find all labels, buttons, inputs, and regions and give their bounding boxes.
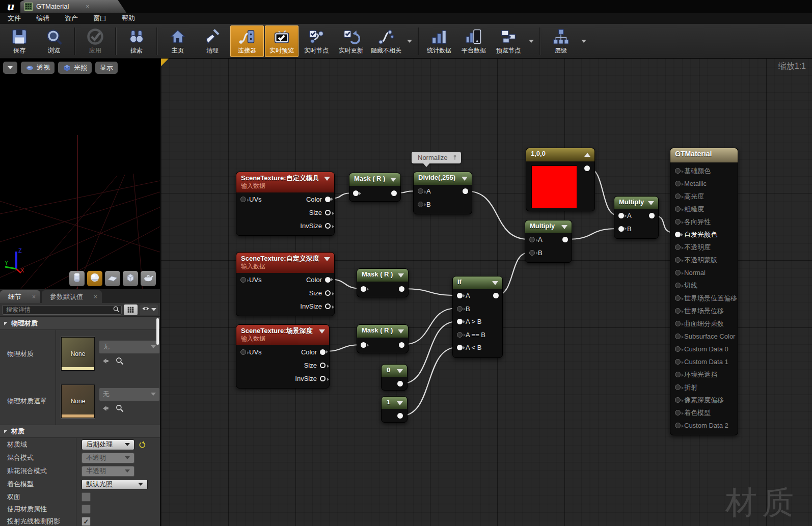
tab-parameter-defaults[interactable]: 参数默认值×: [42, 290, 102, 303]
asset-select[interactable]: 无: [99, 387, 160, 401]
output-pin[interactable]: [397, 413, 403, 419]
chevron-down-icon[interactable]: [324, 257, 330, 261]
material-input-pin[interactable]: [675, 257, 681, 263]
viewport-perspective-button[interactable]: 透视: [21, 62, 55, 74]
property-checkbox[interactable]: [82, 505, 91, 514]
material-input-pin[interactable]: [675, 181, 681, 186]
view-options-grid-button[interactable]: [124, 304, 138, 315]
output-pin[interactable]: [325, 303, 331, 309]
preview-shape-cylinder-button[interactable]: [69, 271, 85, 286]
material-input-pin[interactable]: [675, 295, 681, 301]
preview-shape-cube-button[interactable]: [123, 271, 138, 286]
chevron-down-icon[interactable]: [398, 273, 404, 278]
material-input-pin[interactable]: [675, 219, 681, 225]
search-details-input[interactable]: [2, 305, 122, 315]
node-divide[interactable]: Divide(,255)AB: [413, 172, 472, 214]
use-selected-icon[interactable]: [101, 404, 110, 415]
asset-thumbnail[interactable]: None: [61, 337, 95, 371]
material-input-pin[interactable]: [675, 397, 681, 403]
node-mask-1[interactable]: Mask ( R ): [349, 173, 401, 202]
node-multiply-1[interactable]: MultiplyAB: [525, 220, 572, 263]
chevron-down-icon[interactable]: [397, 369, 403, 373]
output-pin[interactable]: [562, 237, 568, 242]
menu-item-1[interactable]: 编辑: [29, 13, 57, 24]
asset-select[interactable]: 无: [99, 340, 160, 354]
material-input-pin[interactable]: [675, 359, 681, 365]
material-input-pin[interactable]: [675, 384, 681, 390]
tab-close-icon[interactable]: ×: [86, 3, 89, 10]
chevron-down-icon[interactable]: [492, 281, 498, 285]
viewport-lit-button[interactable]: 光照: [58, 62, 92, 74]
toolbar-button-live-update[interactable]: 实时更新: [334, 25, 368, 57]
toolbar-button-clean[interactable]: 清理: [196, 25, 229, 57]
input-pin[interactable]: [529, 237, 535, 242]
node-mask-2[interactable]: Mask ( R ): [357, 268, 409, 297]
browse-asset-icon[interactable]: [115, 356, 124, 368]
toolbar-button-platform-stats[interactable]: 平台数据: [457, 25, 491, 57]
input-pin[interactable]: [353, 190, 359, 196]
asset-tab[interactable]: GTMaterial ×: [20, 0, 126, 13]
output-pin[interactable]: [399, 286, 404, 292]
material-graph-canvas[interactable]: SceneTexture:自定义模具输入数据UVsColorSizeInvSiz…: [161, 59, 812, 526]
output-pin[interactable]: [320, 349, 326, 355]
output-pin[interactable]: [399, 342, 404, 348]
input-pin[interactable]: [418, 202, 423, 207]
dropdown-caret-icon[interactable]: [529, 40, 534, 43]
input-pin[interactable]: [457, 293, 463, 298]
material-input-pin[interactable]: [675, 206, 681, 212]
tab-details[interactable]: 细节×: [0, 290, 40, 303]
material-input-pin[interactable]: [675, 423, 681, 428]
output-pin[interactable]: [325, 290, 331, 296]
use-selected-icon[interactable]: [101, 356, 110, 368]
toolbar-button-live-preview[interactable]: 实时预览: [265, 25, 299, 57]
input-pin[interactable]: [457, 319, 463, 324]
input-pin[interactable]: [361, 286, 366, 292]
toolbar-button-hierarchy[interactable]: 层级: [544, 25, 578, 57]
material-input-pin[interactable]: [675, 346, 681, 352]
material-input-pin[interactable]: [675, 308, 681, 314]
preview-shape-plane-button[interactable]: [105, 271, 120, 286]
output-pin[interactable]: [463, 188, 468, 194]
output-pin[interactable]: [325, 223, 331, 229]
material-input-pin[interactable]: [675, 232, 681, 237]
chevron-down-icon[interactable]: [561, 225, 567, 229]
material-input-pin[interactable]: [675, 334, 681, 339]
output-pin[interactable]: [493, 293, 499, 298]
node-const-0[interactable]: 0: [381, 364, 408, 391]
toolbar-button-apply[interactable]: 应用: [78, 25, 112, 57]
details-scrollbar-thumb[interactable]: [156, 318, 159, 345]
input-pin[interactable]: [457, 306, 463, 312]
property-checkbox[interactable]: [82, 492, 91, 502]
tab-close-icon[interactable]: ×: [94, 293, 97, 300]
node-material-output[interactable]: GTMaterial基础颜色Metallic高光度粗糙度各向异性自发光颜色不透明…: [670, 148, 738, 435]
output-pin[interactable]: [320, 363, 326, 368]
chevron-down-icon[interactable]: [648, 201, 654, 205]
material-input-pin[interactable]: [675, 410, 681, 416]
output-pin[interactable]: [397, 381, 403, 386]
output-pin[interactable]: [649, 213, 655, 218]
toolbar-button-live-nodes[interactable]: 实时节点: [300, 25, 333, 57]
material-input-pin[interactable]: [675, 244, 681, 250]
browse-asset-icon[interactable]: [115, 404, 124, 415]
toolbar-button-preview-node[interactable]: 预览节点: [492, 25, 525, 57]
toolbar-button-hide-unrelated[interactable]: 隐藏不相关: [369, 25, 403, 57]
menu-item-0[interactable]: 文件: [0, 13, 29, 24]
toolbar-button-stats[interactable]: 统计数据: [422, 25, 456, 57]
section-physical-material[interactable]: 物理材质: [0, 317, 160, 330]
chevron-down-icon[interactable]: [397, 401, 403, 405]
input-pin[interactable]: [618, 213, 624, 218]
visibility-filter-button[interactable]: [140, 304, 158, 315]
preview-shape-teapot-button[interactable]: [141, 271, 156, 286]
menu-item-4[interactable]: 帮助: [114, 13, 143, 24]
dropdown-caret-icon[interactable]: [407, 40, 412, 43]
viewport-options-button[interactable]: [3, 62, 17, 74]
preview-shape-sphere-button[interactable]: [87, 271, 102, 286]
chevron-down-icon[interactable]: [462, 177, 468, 181]
input-pin[interactable]: [618, 226, 624, 232]
node-if[interactable]: IfABA > BA == BA < B: [452, 276, 503, 358]
node-mask-3[interactable]: Mask ( R ): [357, 324, 409, 353]
node-scenetex-customdepth[interactable]: SceneTexture:自定义深度输入数据UVsColorSizeInvSiz…: [236, 252, 335, 316]
section-material[interactable]: 材质: [0, 425, 160, 438]
menu-item-3[interactable]: 窗口: [86, 13, 114, 24]
input-pin[interactable]: [457, 332, 463, 338]
